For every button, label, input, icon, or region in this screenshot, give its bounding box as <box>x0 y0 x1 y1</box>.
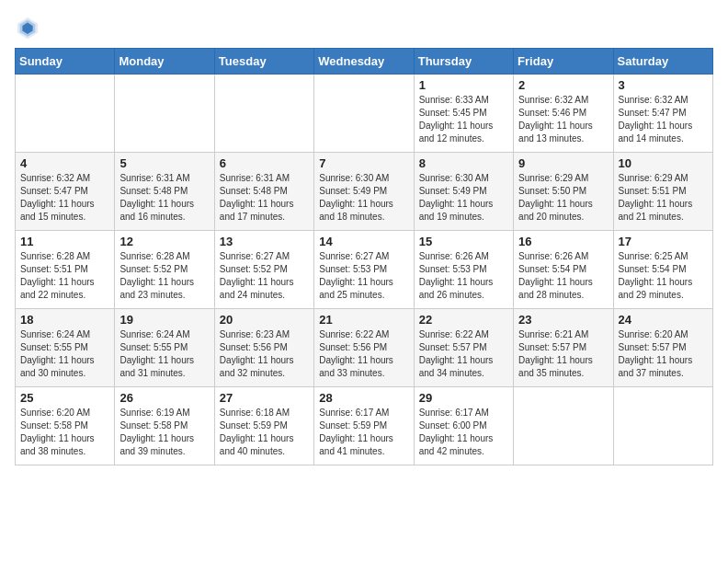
day-number: 26 <box>119 391 209 405</box>
day-number: 9 <box>518 156 608 170</box>
day-info: Sunrise: 6:25 AMSunset: 5:54 PMDaylight:… <box>619 250 708 302</box>
day-info: Sunrise: 6:31 AMSunset: 5:48 PMDaylight:… <box>220 172 309 224</box>
logo-icon <box>15 15 40 40</box>
day-number: 19 <box>119 313 209 327</box>
day-number: 22 <box>419 313 508 327</box>
calendar-cell <box>214 75 313 153</box>
calendar-cell: 7Sunrise: 6:30 AMSunset: 5:49 PMDaylight… <box>314 153 414 231</box>
day-number: 10 <box>619 156 708 170</box>
day-number: 14 <box>319 235 408 248</box>
calendar-cell: 11Sunrise: 6:28 AMSunset: 5:51 PMDayligh… <box>16 231 115 309</box>
calendar-cell: 22Sunrise: 6:22 AMSunset: 5:57 PMDayligh… <box>414 309 513 387</box>
day-number: 25 <box>20 391 109 405</box>
calendar-cell: 27Sunrise: 6:18 AMSunset: 5:59 PMDayligh… <box>214 387 313 465</box>
page-header <box>15 15 713 40</box>
week-row-4: 25Sunrise: 6:20 AMSunset: 5:58 PMDayligh… <box>16 387 713 465</box>
header-monday: Monday <box>115 49 214 75</box>
calendar-cell <box>115 75 214 153</box>
calendar-cell: 18Sunrise: 6:24 AMSunset: 5:55 PMDayligh… <box>16 309 115 387</box>
calendar-cell: 5Sunrise: 6:31 AMSunset: 5:48 PMDaylight… <box>115 153 214 231</box>
day-number: 5 <box>119 156 209 170</box>
day-number: 1 <box>419 78 508 92</box>
calendar-cell <box>314 75 414 153</box>
day-number: 27 <box>220 391 309 405</box>
calendar-cell: 2Sunrise: 6:32 AMSunset: 5:46 PMDaylight… <box>514 75 613 153</box>
day-number: 13 <box>220 235 309 248</box>
header-row: SundayMondayTuesdayWednesdayThursdayFrid… <box>16 49 713 75</box>
day-info: Sunrise: 6:22 AMSunset: 5:56 PMDaylight:… <box>319 328 408 380</box>
week-row-1: 4Sunrise: 6:32 AMSunset: 5:47 PMDaylight… <box>16 153 713 231</box>
day-number: 12 <box>119 235 209 248</box>
day-info: Sunrise: 6:32 AMSunset: 5:46 PMDaylight:… <box>518 94 608 145</box>
day-info: Sunrise: 6:26 AMSunset: 5:53 PMDaylight:… <box>419 250 508 302</box>
calendar-cell <box>613 387 712 465</box>
calendar-cell: 4Sunrise: 6:32 AMSunset: 5:47 PMDaylight… <box>16 153 115 231</box>
day-info: Sunrise: 6:31 AMSunset: 5:48 PMDaylight:… <box>119 172 209 224</box>
calendar-cell: 20Sunrise: 6:23 AMSunset: 5:56 PMDayligh… <box>214 309 313 387</box>
day-number: 6 <box>220 156 309 170</box>
day-info: Sunrise: 6:20 AMSunset: 5:57 PMDaylight:… <box>619 328 708 380</box>
day-number: 24 <box>619 313 708 327</box>
day-number: 18 <box>20 313 109 327</box>
day-info: Sunrise: 6:21 AMSunset: 5:57 PMDaylight:… <box>518 328 608 380</box>
day-info: Sunrise: 6:28 AMSunset: 5:51 PMDaylight:… <box>20 250 109 302</box>
calendar-cell: 15Sunrise: 6:26 AMSunset: 5:53 PMDayligh… <box>414 231 513 309</box>
day-info: Sunrise: 6:33 AMSunset: 5:45 PMDaylight:… <box>419 94 508 145</box>
day-number: 2 <box>518 78 608 92</box>
header-friday: Friday <box>514 49 613 75</box>
header-wednesday: Wednesday <box>314 49 414 75</box>
day-info: Sunrise: 6:30 AMSunset: 5:49 PMDaylight:… <box>319 172 408 224</box>
logo <box>15 15 44 40</box>
day-number: 4 <box>20 156 109 170</box>
day-number: 28 <box>319 391 408 405</box>
day-info: Sunrise: 6:29 AMSunset: 5:51 PMDaylight:… <box>619 172 708 224</box>
calendar-cell: 24Sunrise: 6:20 AMSunset: 5:57 PMDayligh… <box>613 309 712 387</box>
day-info: Sunrise: 6:17 AMSunset: 6:00 PMDaylight:… <box>419 407 508 458</box>
calendar-cell: 26Sunrise: 6:19 AMSunset: 5:58 PMDayligh… <box>115 387 214 465</box>
calendar-cell: 17Sunrise: 6:25 AMSunset: 5:54 PMDayligh… <box>613 231 712 309</box>
day-number: 7 <box>319 156 408 170</box>
day-info: Sunrise: 6:19 AMSunset: 5:58 PMDaylight:… <box>119 407 209 458</box>
calendar-cell: 3Sunrise: 6:32 AMSunset: 5:47 PMDaylight… <box>613 75 712 153</box>
day-info: Sunrise: 6:27 AMSunset: 5:52 PMDaylight:… <box>220 250 309 302</box>
day-info: Sunrise: 6:22 AMSunset: 5:57 PMDaylight:… <box>419 328 508 380</box>
week-row-2: 11Sunrise: 6:28 AMSunset: 5:51 PMDayligh… <box>16 231 713 309</box>
calendar-cell <box>514 387 613 465</box>
header-sunday: Sunday <box>16 49 115 75</box>
day-number: 29 <box>419 391 508 405</box>
calendar-cell <box>16 75 115 153</box>
calendar-cell: 13Sunrise: 6:27 AMSunset: 5:52 PMDayligh… <box>214 231 313 309</box>
day-number: 16 <box>518 235 608 248</box>
day-info: Sunrise: 6:20 AMSunset: 5:58 PMDaylight:… <box>20 407 109 458</box>
header-tuesday: Tuesday <box>214 49 313 75</box>
day-info: Sunrise: 6:17 AMSunset: 5:59 PMDaylight:… <box>319 407 408 458</box>
week-row-0: 1Sunrise: 6:33 AMSunset: 5:45 PMDaylight… <box>16 75 713 153</box>
day-info: Sunrise: 6:27 AMSunset: 5:53 PMDaylight:… <box>319 250 408 302</box>
day-info: Sunrise: 6:32 AMSunset: 5:47 PMDaylight:… <box>20 172 109 224</box>
calendar-cell: 12Sunrise: 6:28 AMSunset: 5:52 PMDayligh… <box>115 231 214 309</box>
calendar-cell: 6Sunrise: 6:31 AMSunset: 5:48 PMDaylight… <box>214 153 313 231</box>
calendar-cell: 14Sunrise: 6:27 AMSunset: 5:53 PMDayligh… <box>314 231 414 309</box>
day-number: 3 <box>619 78 708 92</box>
day-number: 21 <box>319 313 408 327</box>
calendar-cell: 21Sunrise: 6:22 AMSunset: 5:56 PMDayligh… <box>314 309 414 387</box>
day-number: 23 <box>518 313 608 327</box>
calendar-cell: 16Sunrise: 6:26 AMSunset: 5:54 PMDayligh… <box>514 231 613 309</box>
day-info: Sunrise: 6:32 AMSunset: 5:47 PMDaylight:… <box>619 94 708 145</box>
calendar-table: SundayMondayTuesdayWednesdayThursdayFrid… <box>15 48 713 465</box>
calendar-cell: 28Sunrise: 6:17 AMSunset: 5:59 PMDayligh… <box>314 387 414 465</box>
calendar-cell: 9Sunrise: 6:29 AMSunset: 5:50 PMDaylight… <box>514 153 613 231</box>
header-thursday: Thursday <box>414 49 513 75</box>
day-info: Sunrise: 6:26 AMSunset: 5:54 PMDaylight:… <box>518 250 608 302</box>
day-number: 8 <box>419 156 508 170</box>
calendar-cell: 10Sunrise: 6:29 AMSunset: 5:51 PMDayligh… <box>613 153 712 231</box>
day-info: Sunrise: 6:23 AMSunset: 5:56 PMDaylight:… <box>220 328 309 380</box>
week-row-3: 18Sunrise: 6:24 AMSunset: 5:55 PMDayligh… <box>16 309 713 387</box>
calendar-cell: 8Sunrise: 6:30 AMSunset: 5:49 PMDaylight… <box>414 153 513 231</box>
day-info: Sunrise: 6:29 AMSunset: 5:50 PMDaylight:… <box>518 172 608 224</box>
day-number: 20 <box>220 313 309 327</box>
day-number: 15 <box>419 235 508 248</box>
day-number: 11 <box>20 235 109 248</box>
header-saturday: Saturday <box>613 49 712 75</box>
day-info: Sunrise: 6:24 AMSunset: 5:55 PMDaylight:… <box>119 328 209 380</box>
